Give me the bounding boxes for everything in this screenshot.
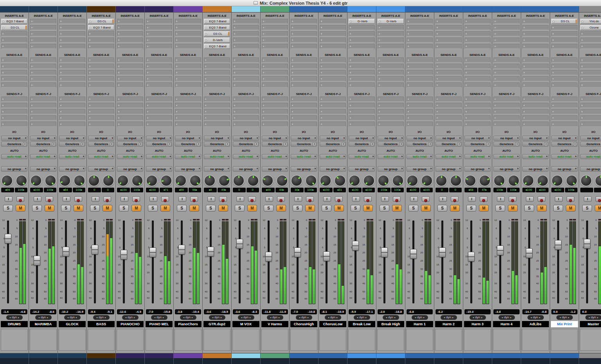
- send-slot-empty[interactable]: [175, 57, 201, 63]
- solo-button[interactable]: S: [177, 205, 187, 212]
- insert-slot-empty[interactable]: [407, 19, 433, 24]
- clip-indicator-left[interactable]: [338, 219, 341, 221]
- track-name[interactable]: Break Low: [348, 321, 375, 327]
- insert-slot[interactable]: EQ3 7-Band: [88, 25, 114, 30]
- track-color-bar[interactable]: [87, 6, 115, 13]
- pan-display-left[interactable]: 100▸: [378, 188, 390, 192]
- clip-indicator-right[interactable]: [52, 219, 55, 221]
- send-slot-empty[interactable]: [378, 82, 404, 88]
- insert-slot-empty[interactable]: [349, 44, 375, 49]
- group-selector[interactable]: no group: [146, 166, 172, 172]
- send-slot-empty[interactable]: [551, 82, 578, 88]
- clip-indicator-left[interactable]: [511, 219, 515, 221]
- pan-display-left[interactable]: ◂4: [204, 188, 217, 192]
- pan-display-right[interactable]: 100▸: [44, 188, 57, 192]
- mute-button[interactable]: M: [74, 205, 83, 212]
- automation-mode-button[interactable]: auto read: [378, 154, 404, 159]
- insert-slot-empty[interactable]: [30, 44, 56, 49]
- send-slot-empty[interactable]: [349, 76, 375, 81]
- send-slot-empty[interactable]: [146, 57, 172, 63]
- send-slot-empty[interactable]: [117, 57, 143, 63]
- mute-button[interactable]: M: [45, 205, 54, 212]
- clip-indicator-left[interactable]: [540, 219, 543, 221]
- mute-button[interactable]: M: [276, 205, 286, 212]
- send-slot-empty[interactable]: [320, 97, 346, 102]
- send-slot-empty[interactable]: [204, 97, 230, 102]
- send-slot-empty[interactable]: [204, 64, 230, 69]
- send-slot-empty[interactable]: [580, 64, 601, 69]
- send-slot-empty[interactable]: [88, 76, 114, 81]
- track-color-bar[interactable]: [174, 6, 202, 13]
- mute-button[interactable]: M: [450, 205, 460, 212]
- send-slot-empty[interactable]: [464, 115, 491, 120]
- insert-slot-empty[interactable]: [175, 25, 201, 30]
- send-slot-empty[interactable]: [1, 103, 27, 108]
- automation-mode-button[interactable]: auto read: [493, 154, 520, 159]
- track-color-bar[interactable]: [521, 6, 550, 13]
- clip-indicator-right[interactable]: [544, 219, 547, 221]
- dyn-button[interactable]: dyn: [354, 315, 370, 320]
- send-slot-empty[interactable]: [88, 82, 114, 88]
- solo-button[interactable]: S: [293, 205, 302, 212]
- clip-indicator-left[interactable]: [106, 219, 109, 221]
- input-selector[interactable]: no input: [117, 136, 143, 141]
- send-slot-empty[interactable]: [59, 97, 85, 102]
- automation-mode-button[interactable]: auto read: [204, 154, 230, 159]
- send-slot-empty[interactable]: [291, 122, 317, 127]
- pan-display-left[interactable]: ◂99: [1, 188, 14, 192]
- track-color-bar[interactable]: [290, 6, 318, 13]
- insert-slot-empty[interactable]: [320, 19, 346, 24]
- insert-slot-empty[interactable]: [233, 44, 259, 49]
- pan-display-left[interactable]: 30▸: [291, 188, 304, 192]
- send-slot-empty[interactable]: [522, 109, 549, 114]
- group-selector[interactable]: no group: [580, 166, 601, 172]
- pan-display-right[interactable]: 0: [449, 188, 462, 192]
- pan-knob-right[interactable]: [392, 175, 404, 186]
- insert-slot-empty[interactable]: [88, 31, 114, 36]
- group-selector[interactable]: no group: [117, 166, 143, 172]
- track-color-bar-bottom[interactable]: [290, 353, 318, 358]
- send-slot-empty[interactable]: [407, 70, 433, 75]
- insert-slot-empty[interactable]: [59, 31, 85, 36]
- send-slot-empty[interactable]: [175, 82, 201, 88]
- comments-area[interactable]: [232, 329, 259, 351]
- input-monitor-button[interactable]: I: [92, 196, 99, 202]
- pan-display-left[interactable]: 100▸: [493, 188, 506, 192]
- input-monitor-button[interactable]: I: [352, 196, 360, 202]
- record-enable-button[interactable]: [248, 196, 256, 202]
- input-monitor-button[interactable]: I: [323, 196, 331, 202]
- send-slot-empty[interactable]: [435, 64, 462, 69]
- record-enable-button[interactable]: [103, 196, 111, 202]
- insert-slot-empty[interactable]: [175, 44, 201, 49]
- pan-display-right[interactable]: 100▸: [565, 188, 578, 192]
- comments-area[interactable]: [117, 329, 144, 351]
- send-slot-empty[interactable]: [233, 70, 259, 75]
- record-enable-button[interactable]: [161, 196, 169, 202]
- pan-knob-right[interactable]: [421, 175, 433, 186]
- track-color-bar[interactable]: [232, 6, 260, 13]
- track-color-bar[interactable]: [145, 6, 173, 13]
- group-selector[interactable]: no group: [88, 166, 114, 172]
- send-slot-empty[interactable]: [117, 122, 143, 127]
- solo-button[interactable]: S: [61, 205, 71, 212]
- clip-indicator-left[interactable]: [48, 219, 51, 221]
- insert-slot-empty[interactable]: [493, 19, 520, 24]
- clip-indicator-right[interactable]: [457, 219, 460, 221]
- insert-slot-empty[interactable]: [580, 31, 601, 36]
- pan-knob-left[interactable]: [551, 175, 563, 186]
- record-enable-button[interactable]: [277, 196, 285, 202]
- track-name[interactable]: ChorusLow: [319, 321, 346, 327]
- send-slot-empty[interactable]: [1, 76, 27, 81]
- send-slot-empty[interactable]: [59, 57, 85, 63]
- solo-button[interactable]: S: [495, 205, 505, 212]
- insert-slot-empty[interactable]: [407, 31, 433, 36]
- track-name[interactable]: GLOCK: [59, 321, 86, 327]
- insert-slot-empty[interactable]: [378, 44, 404, 49]
- send-slot-empty[interactable]: [117, 70, 143, 75]
- dyn-button[interactable]: dyn: [498, 315, 515, 320]
- automation-mode-button[interactable]: auto read: [262, 154, 288, 159]
- insert-slot[interactable]: EQ3 7-Band: [204, 44, 230, 49]
- input-monitor-button[interactable]: I: [236, 196, 244, 202]
- insert-slot-empty[interactable]: [320, 44, 346, 49]
- input-monitor-button[interactable]: I: [207, 196, 215, 202]
